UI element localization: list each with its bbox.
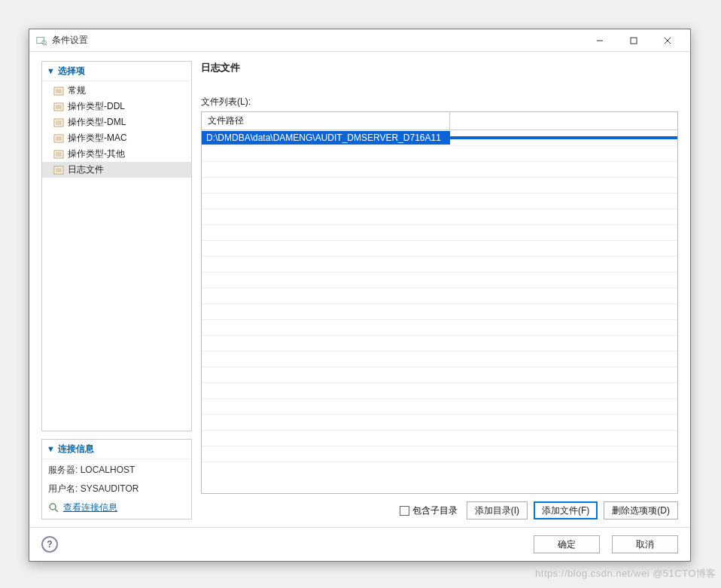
ok-label: 确定 [558, 538, 576, 551]
tree-item-label: 操作类型-其他 [68, 148, 125, 160]
table-row-empty [202, 367, 677, 383]
selection-panel: ▼ 选择项 常规 操作类型-DDL [41, 61, 192, 431]
cancel-button[interactable]: 取消 [612, 535, 678, 553]
table-row-empty [202, 273, 677, 288]
collapse-icon: ▼ [47, 67, 55, 75]
watermark: https://blog.csdn.net/wei @51CTO博客 [535, 567, 716, 580]
selection-panel-header[interactable]: ▼ 选择项 [42, 62, 191, 81]
tree-item-ddl[interactable]: 操作类型-DDL [42, 99, 191, 114]
minimize-button[interactable] [583, 30, 616, 51]
col-path[interactable]: 文件路径 [202, 112, 450, 129]
ok-button[interactable]: 确定 [534, 535, 600, 553]
tree-item-general[interactable]: 常规 [42, 83, 191, 99]
cell-empty [450, 136, 677, 139]
table-row-empty [202, 446, 677, 462]
tree-item-label: 操作类型-DDL [68, 100, 125, 113]
server-value: LOCALHOST [81, 465, 135, 475]
connection-panel-header[interactable]: ▼ 连接信息 [42, 440, 191, 459]
maximize-button[interactable] [616, 30, 650, 51]
table-body[interactable]: D:\DMDBA\data\DAMENG\AUDIT_DMSERVER_D716… [202, 130, 677, 493]
svg-rect-0 [37, 37, 44, 43]
table-actions: 包含子目录 添加目录(I) 添加文件(F) 删除选项项(D) [201, 494, 678, 519]
dialog-footer: ? 确定 取消 [29, 527, 690, 561]
file-list-label: 文件列表(L): [201, 96, 678, 108]
table-row-empty [202, 209, 677, 225]
tree-item-logfile[interactable]: 日志文件 [42, 162, 191, 178]
help-button[interactable]: ? [41, 536, 58, 553]
svg-line-32 [55, 509, 58, 512]
svg-line-2 [45, 44, 47, 45]
connection-panel-title: 连接信息 [58, 443, 94, 455]
table-row-empty [202, 399, 677, 415]
right-column: 日志文件 文件列表(L): 文件路径 D:\DMDBA\data\DAMENG\… [201, 61, 678, 519]
add-directory-button[interactable]: 添加目录(I) [467, 501, 528, 519]
add-file-label: 添加文件(F) [542, 504, 589, 517]
dialog-window: 条件设置 ▼ 选择项 常规 [29, 29, 691, 562]
window-controls [583, 30, 684, 51]
user-value: SYSAUDITOR [81, 483, 139, 494]
form-icon [53, 101, 65, 113]
table-row-empty [202, 178, 677, 193]
form-icon [53, 164, 65, 176]
tree-item-dml[interactable]: 操作类型-DML [42, 114, 191, 130]
table-row[interactable]: D:\DMDBA\data\DAMENG\AUDIT_DMSERVER_D716… [202, 130, 677, 146]
magnifier-icon [48, 502, 60, 514]
tree-item-label: 常规 [68, 84, 86, 97]
window-title: 条件设置 [52, 34, 88, 47]
view-connection-label: 查看连接信息 [63, 501, 117, 514]
content-row: ▼ 选择项 常规 操作类型-DDL [41, 61, 678, 519]
table-row-empty [202, 304, 677, 320]
collapse-icon: ▼ [47, 445, 55, 453]
table-row-empty [202, 383, 677, 399]
include-subdir-label: 包含子目录 [412, 504, 458, 517]
table-row-empty [202, 288, 677, 304]
left-column: ▼ 选择项 常规 操作类型-DDL [41, 61, 192, 519]
checkbox-icon [400, 506, 409, 516]
page-title: 日志文件 [201, 61, 678, 75]
user-label: 用户名: [48, 483, 78, 494]
app-icon [35, 35, 47, 47]
svg-rect-4 [631, 38, 637, 44]
footer-buttons: 确定 取消 [534, 535, 678, 553]
table-row-empty [202, 336, 677, 352]
view-connection-link[interactable]: 查看连接信息 [48, 501, 185, 514]
table-row-empty [202, 193, 677, 209]
table-row-empty [202, 146, 677, 162]
table-row-empty [202, 352, 677, 367]
tree-item-mac[interactable]: 操作类型-MAC [42, 130, 191, 146]
server-row: 服务器: LOCALHOST [48, 464, 185, 477]
connection-body: 服务器: LOCALHOST 用户名: SYSAUDITOR 查看连接信息 [42, 459, 191, 519]
add-directory-label: 添加目录(I) [475, 504, 519, 517]
table-row-empty [202, 431, 677, 446]
file-table: 文件路径 D:\DMDBA\data\DAMENG\AUDIT_DMSERVER… [201, 111, 678, 494]
table-row-empty [202, 320, 677, 336]
table-row-empty [202, 241, 677, 257]
tree-item-label: 操作类型-DML [68, 116, 126, 129]
form-icon [53, 133, 65, 145]
form-icon [53, 85, 65, 97]
table-row-empty [202, 257, 677, 273]
include-subdir-checkbox[interactable]: 包含子目录 [400, 504, 458, 517]
tree-item-other[interactable]: 操作类型-其他 [42, 146, 191, 162]
close-button[interactable] [650, 30, 684, 51]
cell-path: D:\DMDBA\data\DAMENG\AUDIT_DMSERVER_D716… [202, 131, 450, 145]
add-file-button[interactable]: 添加文件(F) [534, 501, 598, 519]
tree-item-label: 操作类型-MAC [68, 132, 127, 145]
server-label: 服务器: [48, 465, 78, 475]
table-header: 文件路径 [202, 112, 677, 130]
table-row-empty [202, 225, 677, 241]
dialog-body: ▼ 选择项 常规 操作类型-DDL [29, 52, 690, 527]
selection-tree: 常规 操作类型-DDL 操作类型-DML 操作类型-MAC [42, 81, 191, 179]
table-row-empty [202, 162, 677, 178]
svg-point-31 [50, 504, 56, 510]
col-empty[interactable] [450, 112, 677, 129]
table-row-empty [202, 415, 677, 431]
remove-selected-label: 删除选项项(D) [612, 504, 670, 517]
connection-panel: ▼ 连接信息 服务器: LOCALHOST 用户名: SYSAUDITOR [41, 439, 192, 519]
titlebar: 条件设置 [29, 29, 690, 52]
remove-selected-button[interactable]: 删除选项项(D) [604, 501, 678, 519]
selection-panel-title: 选择项 [58, 65, 85, 78]
user-row: 用户名: SYSAUDITOR [48, 483, 185, 495]
help-icon: ? [47, 539, 52, 550]
form-icon [53, 117, 65, 129]
